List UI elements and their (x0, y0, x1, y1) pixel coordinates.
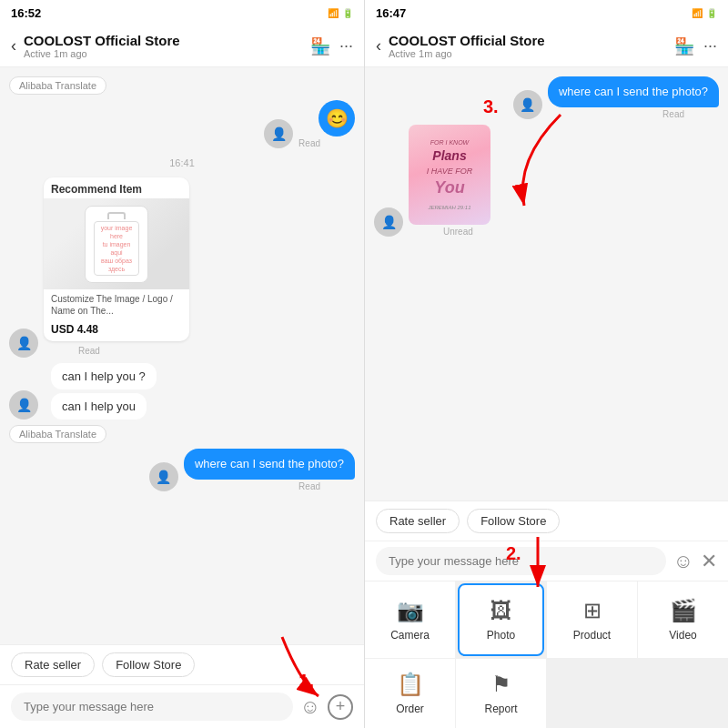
chat-body-left: Alibaba Translate 😊 Read 👤 16:41 👤 Recom… (0, 67, 364, 644)
sent-bubble-1: where can I send the photo? (184, 449, 355, 480)
store-name-right: COOLOST Official Store (389, 33, 667, 48)
unread-label-right: Unread (409, 227, 490, 237)
order-grid-item[interactable]: 📋 Order (365, 659, 455, 728)
product-label: Product (573, 629, 611, 642)
report-grid-item[interactable]: ⚑ Report (456, 659, 546, 728)
header-icons-left: 🏪 ··· (310, 36, 353, 56)
rate-seller-button-right[interactable]: Rate seller (376, 509, 460, 533)
product-image-card: FOR I KNOW Plans I HAVE FOR You JEREMIAH… (409, 125, 490, 225)
emoji-bubble: 😊 (318, 100, 355, 136)
card-desc: Customize The Image / Logo / Name on The… (44, 289, 189, 320)
system-msg-1: can I help you ? (51, 363, 157, 389)
back-button-left[interactable]: ‹ (11, 36, 16, 56)
time-right: 16:47 (376, 6, 406, 20)
product-text-overlay: FOR I KNOW Plans I HAVE FOR You JEREMIAH… (427, 138, 473, 211)
status-icons-right: 📶🔋 (692, 8, 717, 18)
chat-body-right: where can I send the photo? Read 👤 👤 FOR… (365, 67, 728, 500)
translate-badge-2[interactable]: Alibaba Translate (9, 425, 106, 443)
avatar-received-1: 👤 (9, 329, 38, 358)
grid-actions-right: 📷 Camera 🖼 Photo ⊞ Product 🎬 Video 📋 Ord… (365, 581, 728, 728)
avatar-sent-2: 👤 (149, 462, 178, 491)
avatar-received-2: 👤 (9, 390, 38, 420)
red-arrow-1 (273, 628, 337, 710)
sent-bubble-right: where can I send the photo? (548, 76, 719, 107)
translate-badge-1[interactable]: Alibaba Translate (9, 76, 106, 95)
close-icon-right[interactable]: ✕ (701, 550, 717, 573)
recommend-card: Recommend Item your image heretu imagen … (44, 177, 189, 341)
header-icons-right: 🏪 ··· (674, 36, 717, 56)
avatar-received-right: 👤 (374, 207, 403, 237)
emoji-icon-right[interactable]: ☺ (673, 550, 693, 573)
active-status-right: Active 1m ago (389, 48, 667, 59)
system-messages: can I help you ? can I help you (51, 363, 157, 420)
bag-illustration: your image heretu imagen aquiваш образзд… (85, 206, 148, 283)
photo-icon: 🖼 (490, 598, 512, 623)
status-icons-left: 📶🔋 (328, 8, 353, 18)
status-bar-left: 16:52 📶🔋 (0, 0, 364, 25)
left-panel: 16:52 📶🔋 ‹ COOLOST Official Store Active… (0, 0, 364, 728)
read-label-right: Read (662, 109, 719, 119)
order-icon: 📋 (397, 672, 424, 697)
card-title: Recommend Item (44, 177, 189, 198)
back-button-right[interactable]: ‹ (376, 36, 381, 56)
right-panel: 16:47 📶🔋 ‹ COOLOST Official Store Active… (364, 0, 728, 728)
video-label: Video (669, 629, 696, 642)
photo-label: Photo (487, 629, 515, 642)
header-title-left: COOLOST Official Store Active 1m ago (24, 33, 303, 59)
shop-icon-left[interactable]: 🏪 (310, 36, 330, 56)
timestamp-1: 16:41 (9, 157, 355, 168)
recommend-row: 👤 Recommend Item your image heretu image… (9, 177, 355, 358)
bag-text: your image heretu imagen aquiваш образзд… (98, 224, 135, 274)
report-label: Report (484, 703, 517, 715)
read-label-2: Read (44, 346, 100, 356)
card-price: USD 4.48 (44, 320, 189, 341)
shop-icon-right[interactable]: 🏪 (674, 36, 694, 56)
status-bar-right: 16:47 📶🔋 (365, 0, 728, 25)
rate-seller-button-left[interactable]: Rate seller (11, 652, 95, 677)
follow-store-button-left[interactable]: Follow Store (102, 652, 195, 677)
sent-msg-row-1: where can I send the photo? Read 👤 (9, 449, 355, 491)
camera-icon: 📷 (397, 598, 424, 623)
system-msg-row: 👤 can I help you ? can I help you (9, 363, 355, 420)
red-arrow-2 (511, 528, 565, 601)
read-label-1: Read (298, 138, 355, 148)
report-icon: ⚑ (491, 672, 511, 697)
red-arrow-3 (497, 106, 579, 224)
chat-header-left: ‹ COOLOST Official Store Active 1m ago 🏪… (0, 25, 364, 67)
header-title-right: COOLOST Official Store Active 1m ago (389, 33, 667, 59)
product-image-inner: FOR I KNOW Plans I HAVE FOR You JEREMIAH… (413, 129, 486, 220)
camera-grid-item[interactable]: 📷 Camera (365, 581, 455, 658)
order-label: Order (396, 703, 424, 715)
active-status-left: Active 1m ago (24, 48, 303, 59)
video-grid-item[interactable]: 🎬 Video (638, 581, 728, 658)
chat-input-left[interactable] (11, 693, 293, 721)
bottom-panel-right: Rate seller Follow Store ☺ ✕ 📷 Camera 🖼 … (365, 500, 728, 728)
product-icon: ⊞ (583, 598, 602, 623)
card-image: your image heretu imagen aquiваш образзд… (44, 198, 189, 289)
store-name-left: COOLOST Official Store (24, 33, 303, 48)
time-left: 16:52 (11, 6, 41, 20)
camera-label: Camera (390, 629, 430, 642)
emoji-msg-row: 😊 Read 👤 (9, 100, 355, 148)
read-label-3: Read (298, 481, 355, 491)
more-icon-right[interactable]: ··· (703, 36, 717, 56)
chat-header-right: ‹ COOLOST Official Store Active 1m ago 🏪… (365, 25, 728, 67)
video-icon: 🎬 (670, 598, 697, 623)
more-icon-left[interactable]: ··· (339, 36, 353, 56)
avatar-sent-1: 👤 (264, 119, 293, 148)
system-msg-2: can I help you (51, 393, 147, 420)
bag-body: your image heretu imagen aquiваш образзд… (94, 221, 139, 276)
bag-strap (107, 212, 126, 219)
